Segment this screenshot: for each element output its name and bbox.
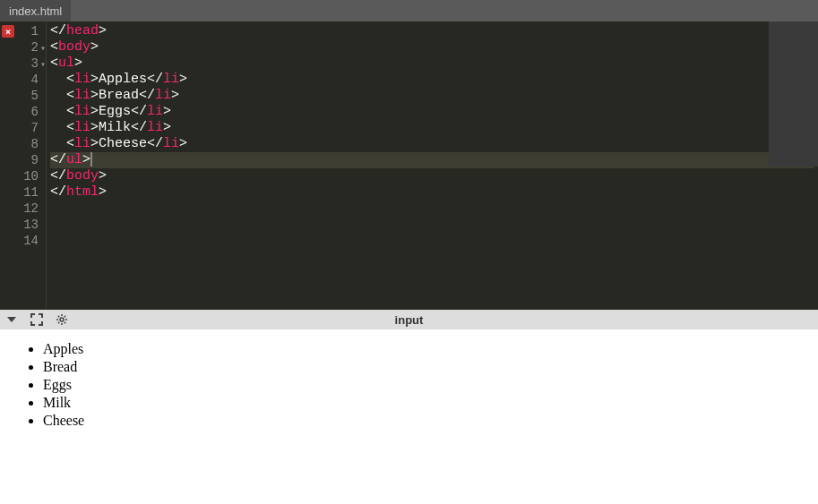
chevron-down-icon[interactable] (5, 313, 18, 326)
code-line[interactable]: <ul> (50, 56, 814, 72)
line-number: 6 (31, 105, 39, 119)
code-line[interactable]: <li>Milk</li> (50, 120, 814, 136)
line-number: 9 (31, 153, 39, 167)
gutter-row: 11 (0, 184, 46, 201)
preview-pane: ApplesBreadEggsMilkCheese (0, 329, 818, 504)
line-number: 2 (31, 40, 39, 55)
gutter: ×12▾3▾4567891011121314 (0, 21, 47, 310)
code-line[interactable]: <li>Apples</li> (50, 72, 814, 88)
gutter-row: 5 (0, 88, 46, 104)
code-line[interactable] (50, 233, 814, 249)
tab-filename: index.html (9, 4, 62, 18)
gutter-row: 6 (0, 104, 46, 120)
code-line[interactable] (50, 217, 814, 233)
gutter-row: 10 (0, 168, 46, 184)
code-line[interactable]: <body> (50, 39, 814, 56)
preview-list: ApplesBreadEggsMilkCheese (7, 340, 811, 430)
fold-icon[interactable]: ▾ (40, 59, 46, 69)
gutter-row: 9 (0, 152, 46, 168)
line-number: 12 (23, 201, 39, 216)
gutter-row: 3▾ (0, 56, 46, 72)
line-number: 13 (23, 218, 39, 232)
line-number: 1 (31, 24, 39, 38)
gutter-row: 7 (0, 120, 46, 136)
line-number: 8 (31, 137, 39, 151)
file-tab[interactable]: index.html (0, 0, 71, 21)
list-item: Cheese (43, 412, 811, 430)
preview-panel-header: input (0, 310, 818, 329)
code-line[interactable]: <li>Cheese</li> (50, 136, 814, 152)
list-item: Eggs (43, 376, 811, 394)
list-item: Bread (43, 358, 811, 376)
gutter-row: 2▾ (0, 39, 46, 56)
gutter-row: 12 (0, 201, 46, 217)
line-number: 10 (23, 169, 39, 184)
gutter-row: 14 (0, 233, 46, 249)
code-line[interactable]: </body> (50, 168, 814, 184)
code-line[interactable]: </html> (50, 184, 814, 201)
code-line[interactable]: </ul> (50, 152, 814, 168)
gutter-row: 8 (0, 136, 46, 152)
fold-icon[interactable]: ▾ (40, 43, 46, 53)
svg-point-0 (60, 318, 64, 321)
gutter-row: 4 (0, 72, 46, 88)
code-line[interactable] (50, 201, 814, 217)
scrollbar-track[interactable] (769, 21, 818, 167)
expand-icon[interactable] (30, 313, 43, 326)
error-icon[interactable]: × (2, 25, 14, 38)
code-editor[interactable]: ×12▾3▾4567891011121314 </head><body><ul>… (0, 21, 818, 310)
code-line[interactable]: <li>Bread</li> (50, 88, 814, 104)
gear-icon[interactable] (56, 313, 68, 326)
line-number: 11 (23, 185, 39, 200)
code-area[interactable]: </head><body><ul> <li>Apples</li> <li>Br… (47, 21, 818, 310)
line-number: 4 (31, 73, 39, 87)
tab-bar: index.html (0, 0, 818, 21)
panel-title: input (395, 313, 424, 327)
line-number: 5 (31, 89, 39, 103)
line-number: 3 (31, 56, 39, 71)
gutter-row: ×1 (0, 23, 46, 39)
line-number: 14 (23, 234, 39, 248)
code-line[interactable]: </head> (50, 23, 814, 39)
list-item: Apples (43, 340, 811, 358)
gutter-row: 13 (0, 217, 46, 233)
line-number: 7 (31, 121, 39, 135)
list-item: Milk (43, 394, 811, 412)
code-line[interactable]: <li>Eggs</li> (50, 104, 814, 120)
